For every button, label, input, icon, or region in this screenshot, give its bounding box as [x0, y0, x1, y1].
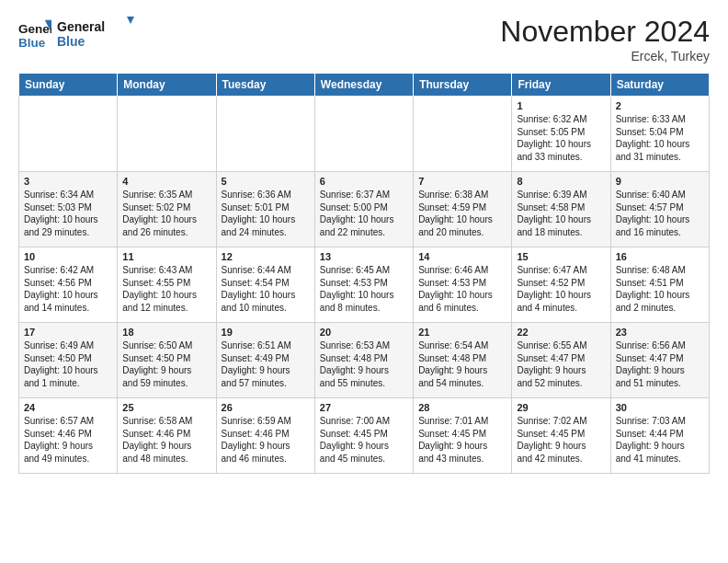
calendar-week-row: 1Sunrise: 6:32 AM Sunset: 5:05 PM Daylig…: [19, 97, 710, 172]
calendar-cell: 16Sunrise: 6:48 AM Sunset: 4:51 PM Dayli…: [610, 247, 709, 323]
calendar-week-row: 17Sunrise: 6:49 AM Sunset: 4:50 PM Dayli…: [19, 323, 710, 398]
calendar-week-row: 24Sunrise: 6:57 AM Sunset: 4:46 PM Dayli…: [19, 398, 710, 474]
calendar-cell: 17Sunrise: 6:49 AM Sunset: 4:50 PM Dayli…: [19, 323, 118, 398]
calendar-cell: 15Sunrise: 6:47 AM Sunset: 4:52 PM Dayli…: [512, 247, 610, 323]
day-info: Sunrise: 7:03 AM Sunset: 4:44 PM Dayligh…: [616, 415, 704, 465]
logo-svg: General Blue: [57, 15, 140, 52]
calendar-cell: 10Sunrise: 6:42 AM Sunset: 4:56 PM Dayli…: [19, 247, 118, 323]
svg-text:General: General: [18, 22, 51, 36]
day-number: 9: [616, 176, 704, 187]
calendar-cell: 28Sunrise: 7:01 AM Sunset: 4:45 PM Dayli…: [414, 398, 512, 474]
calendar-header-tuesday: Tuesday: [216, 74, 314, 97]
day-number: 27: [320, 402, 408, 413]
calendar-cell: [216, 97, 314, 172]
day-info: Sunrise: 6:40 AM Sunset: 4:57 PM Dayligh…: [616, 189, 704, 238]
calendar-cell: 11Sunrise: 6:43 AM Sunset: 4:55 PM Dayli…: [118, 247, 216, 323]
day-number: 19: [222, 327, 310, 338]
day-info: Sunrise: 7:01 AM Sunset: 4:45 PM Dayligh…: [418, 415, 506, 465]
calendar-header-saturday: Saturday: [610, 74, 709, 97]
day-info: Sunrise: 6:55 AM Sunset: 4:47 PM Dayligh…: [517, 339, 605, 389]
calendar-cell: 8Sunrise: 6:39 AM Sunset: 4:58 PM Daylig…: [512, 172, 610, 247]
day-number: 8: [517, 176, 605, 187]
day-info: Sunrise: 6:35 AM Sunset: 5:02 PM Dayligh…: [122, 189, 210, 238]
logo-icon: General Blue: [18, 18, 51, 52]
subtitle: Ercek, Turkey: [500, 49, 710, 63]
day-number: 4: [122, 176, 210, 187]
calendar-cell: 13Sunrise: 6:45 AM Sunset: 4:53 PM Dayli…: [314, 247, 413, 323]
calendar-cell: 29Sunrise: 7:02 AM Sunset: 4:45 PM Dayli…: [512, 398, 610, 474]
day-number: 6: [320, 176, 408, 187]
calendar-cell: 30Sunrise: 7:03 AM Sunset: 4:44 PM Dayli…: [610, 398, 709, 474]
day-info: Sunrise: 7:02 AM Sunset: 4:45 PM Dayligh…: [517, 415, 605, 465]
day-number: 16: [616, 251, 704, 262]
calendar-cell: 5Sunrise: 6:36 AM Sunset: 5:01 PM Daylig…: [216, 172, 314, 247]
calendar-cell: 2Sunrise: 6:33 AM Sunset: 5:04 PM Daylig…: [610, 97, 709, 172]
month-title: November 2024: [500, 15, 710, 49]
calendar-cell: 4Sunrise: 6:35 AM Sunset: 5:02 PM Daylig…: [118, 172, 216, 247]
day-info: Sunrise: 7:00 AM Sunset: 4:45 PM Dayligh…: [320, 415, 408, 465]
calendar-cell: 25Sunrise: 6:58 AM Sunset: 4:46 PM Dayli…: [118, 398, 216, 474]
title-block: November 2024 Ercek, Turkey: [500, 15, 710, 63]
day-info: Sunrise: 6:37 AM Sunset: 5:00 PM Dayligh…: [320, 189, 408, 238]
day-info: Sunrise: 6:45 AM Sunset: 4:53 PM Dayligh…: [320, 264, 408, 314]
day-info: Sunrise: 6:32 AM Sunset: 5:05 PM Dayligh…: [517, 113, 605, 163]
calendar-cell: 12Sunrise: 6:44 AM Sunset: 4:54 PM Dayli…: [216, 247, 314, 323]
svg-marker-4: [127, 17, 134, 24]
day-number: 11: [122, 251, 210, 262]
calendar-cell: 24Sunrise: 6:57 AM Sunset: 4:46 PM Dayli…: [19, 398, 118, 474]
day-number: 20: [320, 327, 408, 338]
day-info: Sunrise: 6:53 AM Sunset: 4:48 PM Dayligh…: [320, 339, 408, 389]
day-info: Sunrise: 6:42 AM Sunset: 4:56 PM Dayligh…: [24, 264, 112, 314]
svg-text:General: General: [57, 19, 105, 34]
calendar-header-sunday: Sunday: [19, 74, 118, 97]
calendar-cell: 1Sunrise: 6:32 AM Sunset: 5:05 PM Daylig…: [512, 97, 610, 172]
calendar-week-row: 3Sunrise: 6:34 AM Sunset: 5:03 PM Daylig…: [19, 172, 710, 247]
calendar-cell: 22Sunrise: 6:55 AM Sunset: 4:47 PM Dayli…: [512, 323, 610, 398]
day-number: 12: [222, 251, 310, 262]
calendar-cell: 27Sunrise: 7:00 AM Sunset: 4:45 PM Dayli…: [314, 398, 413, 474]
day-number: 23: [616, 327, 704, 338]
svg-text:Blue: Blue: [18, 36, 46, 50]
day-number: 18: [122, 327, 210, 338]
day-info: Sunrise: 6:33 AM Sunset: 5:04 PM Dayligh…: [616, 113, 704, 163]
calendar-cell: 6Sunrise: 6:37 AM Sunset: 5:00 PM Daylig…: [314, 172, 413, 247]
day-number: 28: [418, 402, 506, 413]
calendar-cell: 3Sunrise: 6:34 AM Sunset: 5:03 PM Daylig…: [19, 172, 118, 247]
calendar-cell: 18Sunrise: 6:50 AM Sunset: 4:50 PM Dayli…: [118, 323, 216, 398]
day-info: Sunrise: 6:38 AM Sunset: 4:59 PM Dayligh…: [418, 189, 506, 238]
day-number: 22: [517, 327, 605, 338]
day-info: Sunrise: 6:50 AM Sunset: 4:50 PM Dayligh…: [122, 339, 210, 389]
calendar-cell: 7Sunrise: 6:38 AM Sunset: 4:59 PM Daylig…: [414, 172, 512, 247]
day-info: Sunrise: 6:56 AM Sunset: 4:47 PM Dayligh…: [616, 339, 704, 389]
day-number: 10: [24, 251, 112, 262]
day-number: 3: [24, 176, 112, 187]
day-info: Sunrise: 6:58 AM Sunset: 4:46 PM Dayligh…: [122, 415, 210, 465]
day-info: Sunrise: 6:39 AM Sunset: 4:58 PM Dayligh…: [517, 189, 605, 238]
day-number: 30: [616, 402, 704, 413]
day-info: Sunrise: 6:47 AM Sunset: 4:52 PM Dayligh…: [517, 264, 605, 314]
day-info: Sunrise: 6:59 AM Sunset: 4:46 PM Dayligh…: [222, 415, 310, 465]
day-number: 13: [320, 251, 408, 262]
day-number: 21: [418, 327, 506, 338]
calendar-header-friday: Friday: [512, 74, 610, 97]
page: General Blue General Blue November 2024 …: [0, 0, 728, 488]
calendar-cell: 19Sunrise: 6:51 AM Sunset: 4:49 PM Dayli…: [216, 323, 314, 398]
calendar-cell: [314, 97, 413, 172]
day-number: 29: [517, 402, 605, 413]
calendar-cell: 21Sunrise: 6:54 AM Sunset: 4:48 PM Dayli…: [414, 323, 512, 398]
day-number: 17: [24, 327, 112, 338]
day-info: Sunrise: 6:48 AM Sunset: 4:51 PM Dayligh…: [616, 264, 704, 314]
day-number: 25: [122, 402, 210, 413]
calendar-cell: [414, 97, 512, 172]
day-number: 15: [517, 251, 605, 262]
calendar-cell: 26Sunrise: 6:59 AM Sunset: 4:46 PM Dayli…: [216, 398, 314, 474]
day-info: Sunrise: 6:44 AM Sunset: 4:54 PM Dayligh…: [222, 264, 310, 314]
day-info: Sunrise: 6:43 AM Sunset: 4:55 PM Dayligh…: [122, 264, 210, 314]
calendar-cell: [19, 97, 118, 172]
calendar-cell: 14Sunrise: 6:46 AM Sunset: 4:53 PM Dayli…: [414, 247, 512, 323]
day-number: 1: [517, 100, 605, 111]
day-number: 5: [222, 176, 310, 187]
svg-text:Blue: Blue: [57, 34, 85, 49]
header: General Blue General Blue November 2024 …: [18, 15, 710, 63]
calendar-cell: 23Sunrise: 6:56 AM Sunset: 4:47 PM Dayli…: [610, 323, 709, 398]
